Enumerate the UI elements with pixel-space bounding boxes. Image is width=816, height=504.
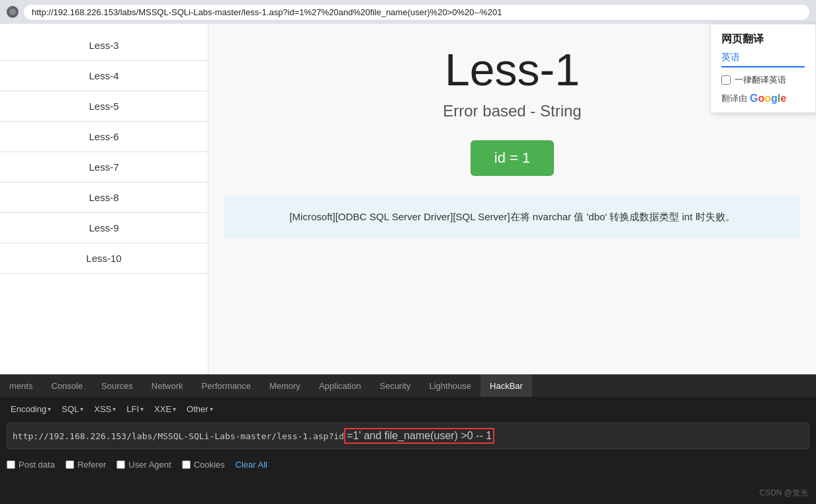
page-subtitle: Error based - String [443, 102, 581, 120]
tab-memory[interactable]: Memory [260, 374, 310, 397]
lfi-button[interactable]: LFI ▾ [122, 402, 148, 416]
devtools-panel: ments Console Sources Network Performanc… [0, 374, 816, 504]
user-agent-check[interactable]: User Agent [116, 460, 171, 470]
post-data-checkbox[interactable] [7, 460, 15, 469]
xss-dropdown-arrow: ▾ [113, 405, 116, 413]
translate-checkbox[interactable] [721, 75, 731, 85]
translated-by: 翻译由 Google [721, 93, 805, 105]
popup-title: 网页翻译 [721, 32, 805, 46]
svg-point-0 [9, 9, 16, 15]
popup-language: 英语 [721, 52, 805, 67]
address-bar[interactable]: http://192.168.226.153/labs/MSSQL-SQLi-L… [24, 5, 809, 20]
encoding-dropdown-arrow: ▾ [48, 405, 51, 413]
lfi-dropdown-arrow: ▾ [140, 405, 144, 413]
url-normal-part: http://192.168.226.153/labs/MSSQL-SQLi-L… [13, 431, 344, 441]
translation-popup: 网页翻译 英语 一律翻译英语 翻译由 Google [710, 24, 816, 113]
sidebar-item-less3[interactable]: Less-3 [0, 30, 208, 61]
hackbar-footer: Post data Referer User Agent Cookies Cle… [0, 454, 816, 475]
error-message: [Microsoft][ODBC SQL Server Driver][SQL … [224, 196, 800, 238]
popup-option-label: 一律翻译英语 [735, 74, 786, 86]
sidebar-item-less9[interactable]: Less-9 [0, 213, 208, 243]
sidebar: Less-3 Less-4 Less-5 Less-6 Less-7 Less-… [0, 24, 208, 374]
url-highlighted-part: =1' and file_name(user) >0 -- 1 [344, 428, 494, 444]
xxe-dropdown-arrow: ▾ [173, 405, 176, 413]
tab-hackbar[interactable]: HackBar [480, 374, 532, 397]
browser-chrome: http://192.168.226.153/labs/MSSQL-SQLi-L… [0, 0, 816, 24]
other-button[interactable]: Other ▾ [183, 402, 217, 416]
sql-dropdown-arrow: ▾ [80, 405, 83, 413]
tab-network[interactable]: Network [142, 374, 193, 397]
tab-elements[interactable]: ments [0, 374, 42, 397]
sidebar-item-less5[interactable]: Less-5 [0, 91, 208, 122]
popup-option[interactable]: 一律翻译英语 [721, 74, 805, 86]
sql-button[interactable]: SQL ▾ [58, 402, 87, 416]
hackbar-content: Encoding ▾ SQL ▾ XSS ▾ LFI ▾ XXE ▾ Other… [0, 397, 816, 454]
post-data-label: Post data [19, 460, 55, 470]
cookies-check[interactable]: Cookies [182, 460, 225, 470]
sidebar-item-less8[interactable]: Less-8 [0, 183, 208, 213]
cookies-label: Cookies [194, 460, 225, 470]
page-area: Less-3 Less-4 Less-5 Less-6 Less-7 Less-… [0, 24, 816, 374]
id-badge: id = 1 [471, 140, 554, 176]
hackbar-toolbar: Encoding ▾ SQL ▾ XSS ▾ LFI ▾ XXE ▾ Other… [7, 402, 809, 416]
tab-sources[interactable]: Sources [92, 374, 142, 397]
tab-security[interactable]: Security [370, 374, 420, 397]
clear-all-button[interactable]: Clear All [236, 460, 267, 470]
xxe-button[interactable]: XXE ▾ [150, 402, 180, 416]
tab-performance[interactable]: Performance [193, 374, 260, 397]
referer-checkbox[interactable] [66, 460, 74, 469]
sidebar-item-less7[interactable]: Less-7 [0, 152, 208, 183]
page-title: Less-1 [445, 44, 580, 95]
other-dropdown-arrow: ▾ [210, 405, 213, 413]
user-agent-label: User Agent [128, 460, 171, 470]
post-data-check[interactable]: Post data [7, 460, 55, 470]
xss-button[interactable]: XSS ▾ [90, 402, 120, 416]
watermark: CSDN @觉光 [759, 487, 808, 499]
google-logo: Google [750, 93, 786, 105]
sidebar-item-less4[interactable]: Less-4 [0, 61, 208, 91]
url-input-container[interactable]: http://192.168.226.153/labs/MSSQL-SQLi-L… [7, 423, 809, 449]
encoding-button[interactable]: Encoding ▾ [7, 402, 55, 416]
browser-icon [7, 6, 19, 18]
sidebar-item-less10[interactable]: Less-10 [0, 243, 208, 274]
tab-application[interactable]: Application [310, 374, 371, 397]
referer-label: Referer [77, 460, 106, 470]
cookies-checkbox[interactable] [182, 460, 191, 469]
tab-lighthouse[interactable]: Lighthouse [420, 374, 480, 397]
tab-console[interactable]: Console [42, 374, 92, 397]
devtools-tabs: ments Console Sources Network Performanc… [0, 374, 816, 397]
referer-check[interactable]: Referer [66, 460, 106, 470]
sidebar-item-less6[interactable]: Less-6 [0, 122, 208, 152]
user-agent-checkbox[interactable] [116, 460, 125, 469]
